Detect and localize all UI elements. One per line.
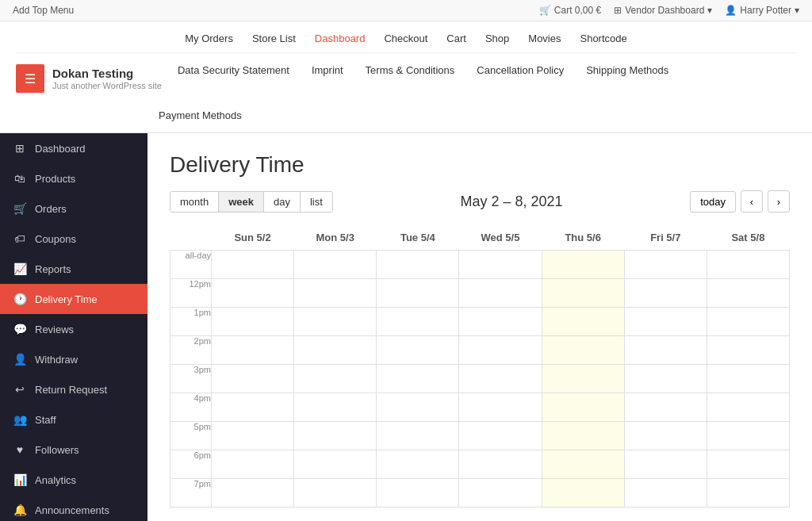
calendar-cell[interactable]	[377, 450, 459, 479]
calendar-cell[interactable]	[294, 422, 377, 450]
calendar-cell[interactable]	[459, 308, 542, 336]
day-view-button[interactable]: day	[264, 192, 301, 212]
nav-dashboard[interactable]: Dashboard	[315, 33, 366, 44]
calendar-cell[interactable]	[707, 279, 789, 308]
calendar-cell[interactable]	[294, 336, 377, 365]
nav-payment-methods[interactable]: Payment Methods	[159, 109, 242, 121]
nav-data-security[interactable]: Data Security Statement	[178, 64, 289, 76]
calendar-cell[interactable]	[294, 450, 377, 479]
calendar-cell[interactable]	[707, 365, 789, 393]
calendar-cell[interactable]	[542, 450, 624, 479]
calendar-cell[interactable]	[459, 365, 542, 393]
nav-my-orders[interactable]: My Orders	[185, 33, 233, 44]
calendar-cell[interactable]	[624, 479, 707, 508]
calendar-cell[interactable]	[459, 251, 542, 279]
calendar-cell[interactable]	[459, 393, 542, 422]
sidebar-item-followers[interactable]: ♥ Followers	[0, 435, 147, 465]
nav-terms[interactable]: Terms & Conditions	[366, 64, 455, 76]
calendar-cell[interactable]	[542, 393, 624, 422]
nav-shortcode[interactable]: Shortcode	[580, 33, 626, 44]
sidebar-item-analytics[interactable]: 📊 Analytics	[0, 465, 147, 495]
calendar-cell[interactable]	[294, 393, 377, 422]
calendar-cell[interactable]	[542, 251, 624, 279]
nav-shop[interactable]: Shop	[485, 33, 509, 44]
calendar-cell[interactable]	[212, 279, 294, 308]
calendar-cell[interactable]	[624, 365, 707, 393]
calendar-cell[interactable]	[377, 422, 459, 450]
calendar-cell[interactable]	[707, 308, 789, 336]
sidebar-item-reviews[interactable]: 💬 Reviews	[0, 314, 147, 344]
sidebar-item-return-request[interactable]: ↩ Return Request	[0, 374, 147, 404]
calendar-cell[interactable]	[377, 279, 459, 308]
calendar-cell[interactable]	[212, 251, 294, 279]
month-view-button[interactable]: month	[170, 192, 219, 212]
calendar-cell[interactable]	[294, 251, 377, 279]
calendar-cell[interactable]	[624, 279, 707, 308]
calendar-cell[interactable]	[377, 336, 459, 365]
calendar-cell[interactable]	[459, 479, 542, 508]
calendar-cell[interactable]	[542, 365, 624, 393]
nav-cancellation[interactable]: Cancellation Policy	[477, 64, 564, 76]
calendar-cell[interactable]	[707, 422, 789, 450]
sidebar-item-products[interactable]: 🛍 Products	[0, 163, 147, 193]
week-view-button[interactable]: week	[219, 192, 264, 212]
sidebar-item-staff[interactable]: 👥 Staff	[0, 404, 147, 435]
calendar-cell[interactable]	[377, 365, 459, 393]
today-button[interactable]: today	[690, 191, 736, 213]
calendar-cell[interactable]	[624, 251, 707, 279]
add-top-menu[interactable]: Add Top Menu	[13, 5, 74, 16]
nav-imprint[interactable]: Imprint	[312, 64, 343, 76]
calendar-cell[interactable]	[212, 479, 294, 508]
sidebar-item-dashboard[interactable]: ⊞ Dashboard	[0, 133, 147, 163]
calendar-cell[interactable]	[707, 251, 789, 279]
calendar-cell[interactable]	[212, 308, 294, 336]
calendar-cell[interactable]	[624, 308, 707, 336]
calendar-cell[interactable]	[212, 393, 294, 422]
sidebar-item-delivery-time[interactable]: 🕐 Delivery Time	[0, 284, 147, 314]
calendar-cell[interactable]	[542, 308, 624, 336]
sidebar-item-orders[interactable]: 🛒 Orders	[0, 193, 147, 224]
sidebar-item-withdraw[interactable]: 👤 Withdraw	[0, 344, 147, 374]
vendor-dashboard-link[interactable]: ⊞ Vendor Dashboard ▾	[614, 5, 712, 16]
sidebar-item-coupons[interactable]: 🏷 Coupons	[0, 224, 147, 254]
calendar-cell[interactable]	[542, 422, 624, 450]
sidebar-item-announcements[interactable]: 🔔 Announcements	[0, 495, 147, 521]
calendar-cell[interactable]	[542, 279, 624, 308]
nav-shipping[interactable]: Shipping Methods	[586, 64, 668, 76]
cart-link[interactable]: 🛒 Cart 0,00 €	[539, 5, 601, 16]
calendar-cell[interactable]	[459, 279, 542, 308]
calendar-cell[interactable]	[707, 479, 789, 508]
nav-checkout[interactable]: Checkout	[384, 33, 427, 44]
nav-movies[interactable]: Movies	[528, 33, 561, 44]
calendar-cell[interactable]	[294, 365, 377, 393]
sidebar-item-reports[interactable]: 📈 Reports	[0, 254, 147, 284]
calendar-cell[interactable]	[459, 336, 542, 365]
calendar-cell[interactable]	[212, 336, 294, 365]
calendar-cell[interactable]	[459, 422, 542, 450]
next-button[interactable]: ›	[768, 190, 790, 213]
calendar-cell[interactable]	[707, 336, 789, 365]
calendar-cell[interactable]	[542, 479, 624, 508]
nav-cart[interactable]: Cart	[446, 33, 466, 44]
calendar-cell[interactable]	[624, 336, 707, 365]
calendar-cell[interactable]	[212, 422, 294, 450]
nav-store-list[interactable]: Store List	[252, 33, 296, 44]
calendar-cell[interactable]	[212, 450, 294, 479]
calendar-cell[interactable]	[377, 393, 459, 422]
list-view-button[interactable]: list	[301, 192, 332, 212]
calendar-cell[interactable]	[624, 393, 707, 422]
calendar-cell[interactable]	[377, 308, 459, 336]
calendar-cell[interactable]	[624, 450, 707, 479]
calendar-cell[interactable]	[294, 479, 377, 508]
calendar-cell[interactable]	[624, 422, 707, 450]
calendar-cell[interactable]	[707, 393, 789, 422]
prev-button[interactable]: ‹	[741, 190, 763, 213]
calendar-cell[interactable]	[377, 479, 459, 508]
user-menu[interactable]: 👤 Harry Potter ▾	[725, 5, 799, 16]
calendar-cell[interactable]	[459, 450, 542, 479]
calendar-cell[interactable]	[212, 365, 294, 393]
calendar-cell[interactable]	[377, 251, 459, 279]
calendar-cell[interactable]	[294, 308, 377, 336]
calendar-cell[interactable]	[294, 279, 377, 308]
calendar-cell[interactable]	[707, 450, 789, 479]
